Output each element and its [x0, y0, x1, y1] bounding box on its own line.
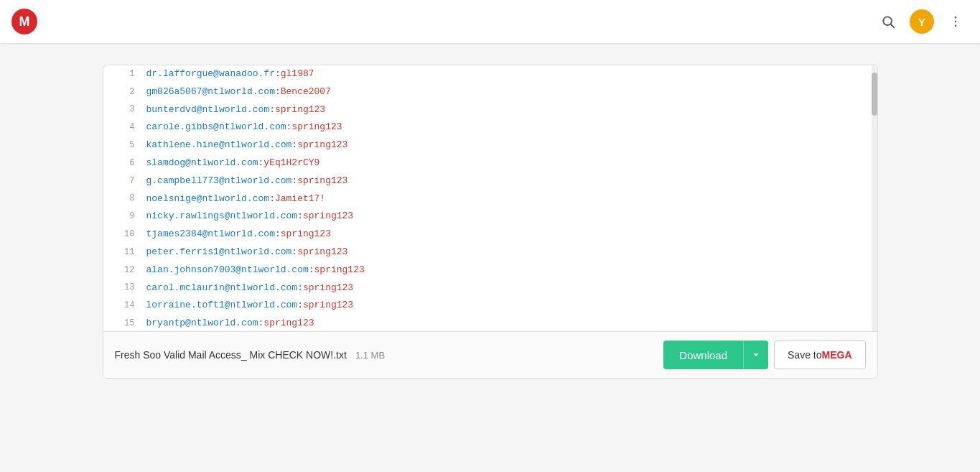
line-number: 1 — [115, 68, 135, 81]
line-number: 13 — [115, 281, 135, 295]
line-separator: : — [275, 67, 281, 82]
line-email: peter.ferris1@ntlworld.com — [146, 245, 292, 260]
line-password: spring123 — [303, 209, 353, 224]
line-separator: : — [309, 263, 314, 278]
line-email: nicky.rawlings@ntlworld.com — [146, 209, 298, 224]
line-separator: : — [291, 174, 297, 189]
download-button[interactable]: Download — [663, 341, 743, 369]
chevron-down-icon — [751, 350, 761, 360]
line-separator: : — [269, 103, 275, 118]
more-options-button[interactable] — [943, 9, 969, 34]
text-content-area[interactable]: 1 dr.lafforgue@wanadoo.fr : gl1987 2 gm0… — [103, 65, 877, 331]
line-email: noelsnige@ntlworld.com — [146, 192, 270, 207]
line: 14 lorraine.toft1@ntlworld.com : spring1… — [103, 297, 877, 315]
line-password: spring123 — [297, 138, 347, 153]
line-email: tjames2384@ntlworld.com — [146, 227, 275, 242]
line-email: alan.johnson7003@ntlworld.com — [146, 263, 309, 278]
line-password: spring123 — [291, 120, 342, 135]
line-separator: : — [297, 298, 303, 313]
bottom-actions: Download Save to MEGA — [663, 341, 865, 369]
line: 1 dr.lafforgue@wanadoo.fr : gl1987 — [103, 65, 877, 83]
line: 6 slamdog@ntlworld.com : yEq1H2rCY9 — [103, 154, 877, 172]
line-separator: : — [269, 192, 275, 207]
line-password: spring123 — [275, 103, 325, 118]
line: 4 carole.gibbs@ntlworld.com : spring123 — [103, 119, 877, 136]
file-size: 1.1 MB — [355, 350, 385, 361]
navbar-left: M — [11, 9, 37, 34]
bottom-bar: Fresh Soo Valid Mail Access_ Mix CHECK N… — [103, 331, 877, 378]
line-number: 15 — [115, 317, 135, 330]
mega-logo[interactable]: M — [11, 9, 37, 34]
line-email: bryantp@ntlworld.com — [146, 316, 258, 331]
save-label-prefix: Save to — [788, 349, 821, 361]
line-number: 14 — [115, 299, 135, 313]
line-separator: : — [258, 316, 264, 331]
line-password: spring123 — [297, 245, 347, 260]
line: 8 noelsnige@ntlworld.com : Jamiet17! — [103, 190, 877, 208]
line-password: spring123 — [297, 174, 347, 189]
search-button[interactable] — [875, 9, 901, 34]
line-password: spring123 — [281, 227, 331, 242]
line: 12 alan.johnson7003@ntlworld.com : sprin… — [103, 262, 877, 279]
line: 10 tjames2384@ntlworld.com : spring123 — [103, 226, 877, 244]
line-email: bunterdvd@ntlworld.com — [146, 103, 270, 118]
download-dropdown-button[interactable] — [743, 341, 768, 369]
line-password: gl1987 — [281, 67, 314, 82]
scrollbar-track[interactable] — [872, 65, 877, 331]
line-email: slamdog@ntlworld.com — [146, 156, 258, 171]
more-options-icon — [948, 14, 963, 29]
line-password: spring123 — [303, 281, 353, 296]
line: 11 peter.ferris1@ntlworld.com : spring12… — [103, 244, 877, 262]
line-separator: : — [258, 156, 264, 171]
line: 13 carol.mclaurin@ntlworld.com : spring1… — [103, 279, 877, 297]
file-name: Fresh Soo Valid Mail Access_ Mix CHECK N… — [115, 349, 347, 361]
line-separator: : — [291, 245, 297, 260]
line-email: carole.gibbs@ntlworld.com — [146, 120, 286, 135]
line-number: 6 — [115, 157, 135, 170]
line-number: 12 — [115, 264, 135, 277]
line-password: Bence2007 — [281, 85, 331, 100]
line-password: spring123 — [263, 316, 314, 331]
line-separator: : — [275, 85, 281, 100]
search-icon — [881, 14, 895, 29]
line-number: 2 — [115, 85, 135, 99]
line: 2 gm026a5067@ntlworld.com : Bence2007 — [103, 83, 877, 101]
line-email: dr.lafforgue@wanadoo.fr — [146, 67, 275, 82]
line: 5 kathlene.hine@ntlworld.com : spring123 — [103, 136, 877, 154]
preview-card: 1 dr.lafforgue@wanadoo.fr : gl1987 2 gm0… — [103, 65, 878, 379]
line-number: 8 — [115, 192, 135, 205]
line: 7 g.campbell773@ntlworld.com : spring123 — [103, 172, 877, 190]
line-number: 9 — [115, 210, 135, 223]
line-email: kathlene.hine@ntlworld.com — [146, 138, 292, 153]
file-info: Fresh Soo Valid Mail Access_ Mix CHECK N… — [115, 349, 386, 361]
line-email: g.campbell773@ntlworld.com — [146, 174, 292, 189]
line-separator: : — [291, 138, 297, 153]
line-number: 10 — [115, 228, 135, 241]
line-password: Jamiet17! — [275, 192, 325, 207]
lines-container: 1 dr.lafforgue@wanadoo.fr : gl1987 2 gm0… — [103, 65, 877, 331]
line: 15 bryantp@ntlworld.com : spring123 — [103, 315, 877, 331]
line-separator: : — [275, 227, 281, 242]
main-content: 1 dr.lafforgue@wanadoo.fr : gl1987 2 gm0… — [0, 43, 980, 472]
line-email: carol.mclaurin@ntlworld.com — [146, 281, 298, 296]
user-avatar-button[interactable]: Y — [910, 9, 934, 34]
svg-line-1 — [891, 24, 895, 28]
line-email: gm026a5067@ntlworld.com — [146, 85, 275, 100]
line-number: 3 — [115, 103, 135, 116]
svg-point-3 — [955, 21, 957, 23]
line: 9 nicky.rawlings@ntlworld.com : spring12… — [103, 208, 877, 226]
navbar-right: Y — [875, 9, 969, 34]
scrollbar-thumb[interactable] — [872, 73, 877, 116]
line: 3 bunterdvd@ntlworld.com : spring123 — [103, 101, 877, 119]
navbar: M Y — [0, 0, 980, 43]
line-number: 4 — [115, 121, 135, 134]
svg-point-2 — [955, 17, 957, 19]
svg-point-4 — [955, 25, 957, 27]
line-password: spring123 — [303, 298, 353, 313]
save-to-mega-button[interactable]: Save to MEGA — [774, 341, 865, 369]
line-password: yEq1H2rCY9 — [263, 156, 319, 171]
line-number: 7 — [115, 175, 135, 188]
line-number: 11 — [115, 246, 135, 259]
line-separator: : — [297, 209, 303, 224]
save-label-brand: MEGA — [822, 349, 852, 361]
